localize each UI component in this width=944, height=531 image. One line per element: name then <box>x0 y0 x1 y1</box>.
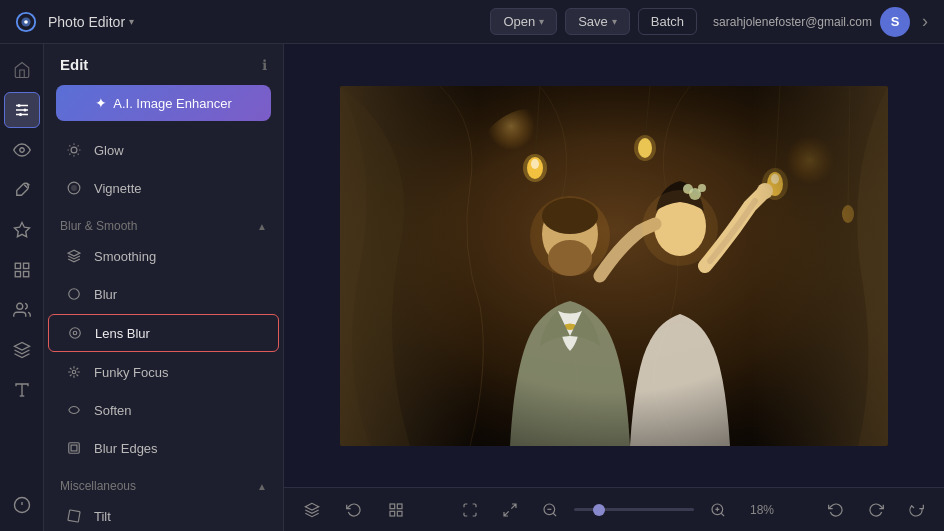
effect-blur-edges[interactable]: Blur Edges <box>48 430 279 466</box>
zoom-percent: 18% <box>742 503 774 517</box>
svg-rect-13 <box>23 263 28 268</box>
svg-point-36 <box>73 331 77 335</box>
fit-screen-button[interactable] <box>454 494 486 526</box>
app-name-label: Photo Editor <box>48 14 125 30</box>
svg-line-53 <box>645 86 650 141</box>
effect-smoothing[interactable]: Smoothing <box>48 238 279 274</box>
svg-point-37 <box>72 370 76 374</box>
svg-point-7 <box>23 109 26 112</box>
panel-header: Edit ℹ <box>44 44 283 81</box>
app-name-button[interactable]: Photo Editor ▾ <box>48 14 134 30</box>
svg-rect-77 <box>397 504 402 509</box>
batch-button[interactable]: Batch <box>638 8 697 35</box>
misc-section-header[interactable]: Miscellaneous ▲ <box>44 471 283 497</box>
svg-point-68 <box>689 188 701 200</box>
svg-point-69 <box>698 184 706 192</box>
grid-button[interactable] <box>380 494 412 526</box>
effect-funky-focus[interactable]: Funky Focus <box>48 354 279 390</box>
smoothing-label: Smoothing <box>94 249 156 264</box>
svg-point-64 <box>542 201 598 267</box>
sidebar-item-details[interactable] <box>4 487 40 523</box>
actual-size-button[interactable] <box>494 494 526 526</box>
zoom-out-button[interactable] <box>534 494 566 526</box>
lens-blur-icon <box>65 323 85 343</box>
svg-rect-48 <box>340 86 888 446</box>
vignette-label: Vignette <box>94 181 141 196</box>
svg-rect-40 <box>68 510 80 522</box>
effect-lens-blur[interactable]: Lens Blur <box>48 314 279 352</box>
canvas-area: 18% <box>284 44 944 531</box>
svg-rect-38 <box>69 443 80 454</box>
svg-rect-74 <box>340 86 888 446</box>
svg-point-65 <box>548 240 592 276</box>
sidebar-item-home[interactable] <box>4 52 40 88</box>
sidebar-item-people[interactable] <box>4 292 40 328</box>
effect-vignette[interactable]: Vignette <box>48 170 279 206</box>
svg-point-61 <box>842 205 854 223</box>
smoothing-icon <box>64 246 84 266</box>
svg-point-23 <box>71 147 77 153</box>
save-chevron: ▾ <box>612 16 617 27</box>
vignette-icon <box>64 178 84 198</box>
svg-marker-75 <box>305 503 318 510</box>
zoom-in-button[interactable] <box>702 494 734 526</box>
svg-rect-47 <box>340 86 888 446</box>
panel-info-icon[interactable]: ℹ <box>262 57 267 73</box>
sidebar-item-shapes[interactable] <box>4 252 40 288</box>
layers-button[interactable] <box>296 494 328 526</box>
app-name-chevron: ▾ <box>129 16 134 27</box>
svg-line-81 <box>553 513 556 516</box>
rotate-button[interactable] <box>900 494 932 526</box>
svg-point-52 <box>531 159 539 169</box>
sidebar-item-brush[interactable] <box>4 172 40 208</box>
panel-title: Edit <box>60 56 88 73</box>
zoom-slider[interactable] <box>574 508 694 511</box>
history-button[interactable] <box>338 494 370 526</box>
topbar-more-icon[interactable]: › <box>918 11 932 32</box>
effect-tilt[interactable]: Tilt <box>48 498 279 531</box>
svg-rect-79 <box>390 511 395 516</box>
svg-line-10 <box>24 185 27 188</box>
open-label: Open <box>503 14 535 29</box>
blur-smooth-section-header[interactable]: Blur & Smooth ▲ <box>44 211 283 237</box>
svg-rect-78 <box>397 511 402 516</box>
canvas-container[interactable] <box>284 44 944 487</box>
sidebar-item-eye[interactable] <box>4 132 40 168</box>
effect-blur[interactable]: Blur <box>48 276 279 312</box>
glow-icon <box>64 140 84 160</box>
bottom-bar: 18% <box>284 487 944 531</box>
redo-button[interactable] <box>860 494 892 526</box>
svg-marker-11 <box>14 223 29 237</box>
sidebar-item-effects[interactable] <box>4 212 40 248</box>
svg-point-6 <box>17 104 20 107</box>
app-logo <box>12 8 40 36</box>
blur-smooth-chevron: ▲ <box>257 221 267 232</box>
effect-glow[interactable]: Glow <box>48 132 279 168</box>
soften-icon <box>64 400 84 420</box>
user-avatar[interactable]: S <box>880 7 910 37</box>
blur-edges-icon <box>64 438 84 458</box>
ai-enhancer-button[interactable]: ✦ A.I. Image Enhancer <box>56 85 271 121</box>
canvas-image-inner <box>340 86 888 446</box>
svg-point-35 <box>70 328 81 339</box>
tilt-label: Tilt <box>94 509 111 524</box>
svg-line-26 <box>69 145 70 146</box>
sidebar-item-text[interactable] <box>4 372 40 408</box>
sidebar-item-adjustments[interactable] <box>4 92 40 128</box>
svg-marker-17 <box>14 343 29 351</box>
effect-soften[interactable]: Soften <box>48 392 279 428</box>
svg-point-73 <box>642 190 718 266</box>
svg-rect-76 <box>390 504 395 509</box>
svg-point-50 <box>527 157 543 179</box>
svg-line-27 <box>78 154 79 155</box>
svg-point-71 <box>757 183 773 199</box>
save-button[interactable]: Save ▾ <box>565 8 630 35</box>
undo-button[interactable] <box>820 494 852 526</box>
svg-point-33 <box>72 186 77 191</box>
sidebar-item-layers[interactable] <box>4 332 40 368</box>
svg-line-60 <box>848 86 850 206</box>
soften-label: Soften <box>94 403 132 418</box>
open-button[interactable]: Open ▾ <box>490 8 557 35</box>
blur-label: Blur <box>94 287 117 302</box>
svg-rect-12 <box>15 263 20 268</box>
